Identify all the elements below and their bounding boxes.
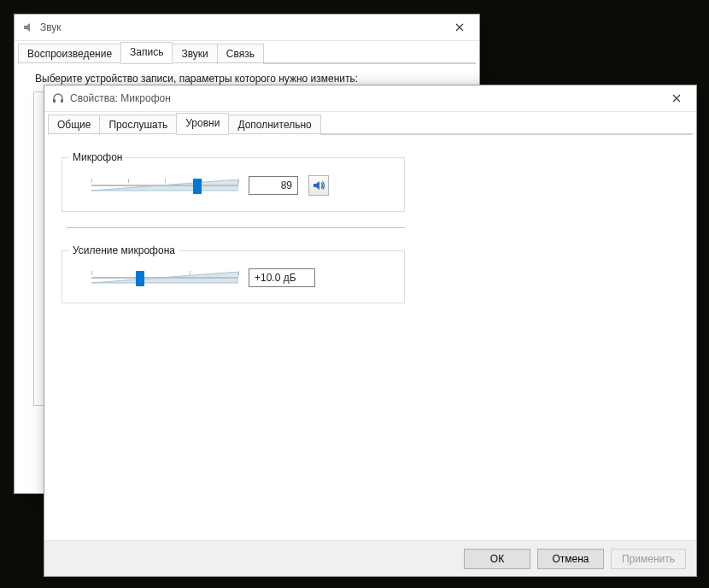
mic-properties-close-button[interactable] bbox=[664, 89, 689, 108]
mic-properties-buttonbar: ОК Отмена Применить bbox=[44, 540, 696, 576]
ok-button[interactable]: ОК bbox=[464, 549, 530, 569]
microphone-level-slider[interactable] bbox=[91, 176, 238, 195]
mic-properties-tabs: Общие Прослушать Уровни Дополнительно bbox=[44, 112, 696, 134]
microphone-boost-legend: Усиление микрофона bbox=[69, 244, 179, 256]
microphone-boost-slider[interactable] bbox=[91, 268, 238, 287]
microphone-level-group: Микрофон 89 bbox=[62, 157, 405, 212]
svg-rect-7 bbox=[61, 99, 63, 103]
microphone-level-legend: Микрофон bbox=[69, 151, 126, 163]
mic-properties-window: Свойства: Микрофон Общие Прослушать Уров… bbox=[44, 85, 697, 577]
mute-button[interactable] bbox=[308, 175, 329, 196]
group-divider bbox=[67, 227, 405, 228]
sound-close-button[interactable] bbox=[447, 18, 472, 37]
microphone-level-thumb[interactable] bbox=[193, 179, 202, 194]
tab-playback[interactable]: Воспроизведение bbox=[18, 44, 121, 64]
tab-levels[interactable]: Уровни bbox=[176, 113, 229, 134]
svg-rect-6 bbox=[53, 99, 56, 103]
microphone-boost-thumb[interactable] bbox=[136, 271, 144, 286]
headset-icon bbox=[51, 91, 65, 105]
sound-tabs: Воспроизведение Запись Звуки Связь bbox=[15, 41, 479, 63]
apply-button: Применить bbox=[611, 549, 686, 569]
tab-general[interactable]: Общие bbox=[48, 115, 100, 135]
tab-recording[interactable]: Запись bbox=[120, 42, 173, 63]
cancel-button[interactable]: Отмена bbox=[537, 549, 604, 569]
tab-communications[interactable]: Связь bbox=[217, 44, 264, 64]
tab-listen[interactable]: Прослушать bbox=[99, 115, 177, 135]
speaker-on-icon bbox=[312, 179, 325, 192]
sound-title: Звук bbox=[40, 21, 447, 33]
levels-panel: Микрофон 89 bbox=[48, 134, 693, 540]
recording-instruction: Выберите устройство записи, параметры ко… bbox=[35, 73, 460, 85]
tab-advanced[interactable]: Дополнительно bbox=[228, 115, 320, 135]
mic-properties-titlebar[interactable]: Свойства: Микрофон bbox=[44, 85, 696, 112]
sound-titlebar[interactable]: Звук bbox=[15, 15, 479, 41]
microphone-boost-group: Усиление микрофона +10.0 дБ bbox=[62, 250, 405, 303]
microphone-level-value[interactable]: 89 bbox=[249, 176, 298, 195]
mic-properties-title: Свойства: Микрофон bbox=[70, 92, 664, 104]
tab-sounds[interactable]: Звуки bbox=[172, 44, 217, 64]
speaker-icon bbox=[21, 21, 35, 34]
microphone-boost-value[interactable]: +10.0 дБ bbox=[249, 268, 315, 287]
